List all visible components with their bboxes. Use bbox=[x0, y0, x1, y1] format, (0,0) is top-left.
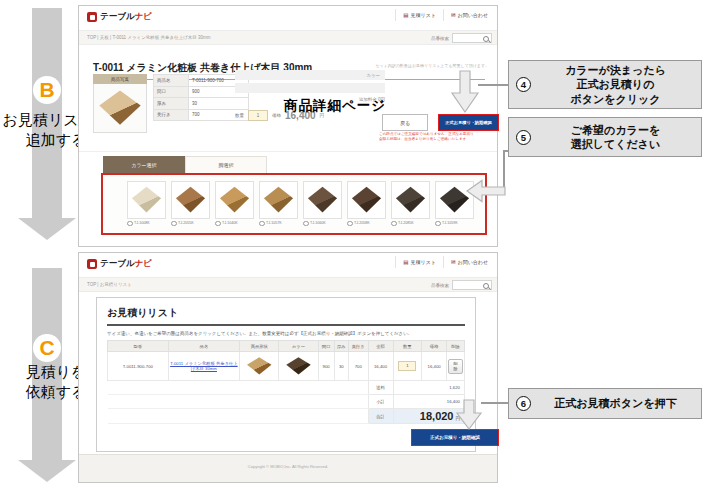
nav-quote-list[interactable]: ▤ 見積リスト bbox=[395, 9, 443, 21]
swatch-image bbox=[395, 185, 426, 215]
quote-table: 型番 品名 商品形状 カラー 間口 厚み 奥行き 金額 数量 価格 削除 bbox=[107, 340, 465, 424]
cell-thickness: 30 bbox=[334, 352, 348, 381]
radio-button[interactable] bbox=[259, 221, 265, 227]
nav-contact[interactable]: ✉ お問い合わせ bbox=[443, 256, 495, 268]
callout-step-6: 6 正式お見積ボタンを押下 bbox=[508, 388, 702, 419]
guide-arrow-down-icon bbox=[450, 70, 480, 114]
nav-quote-list-label: 見積リスト bbox=[411, 12, 436, 18]
swatch-code: TJ-1057K bbox=[266, 221, 282, 225]
screenshot-product-page: テーブルナビ ▤ 見積リスト ✉ お問い合わせ TOP | 天板 | T-001… bbox=[78, 5, 498, 247]
subtotal-label: 小計 bbox=[368, 395, 393, 409]
total-label: 合計 bbox=[368, 409, 393, 424]
price-label: 価格 bbox=[272, 113, 281, 118]
color-swatch[interactable]: TJ-1057K bbox=[259, 181, 298, 233]
color-swatch[interactable]: TJ-1040K bbox=[215, 181, 254, 233]
spec-label: 間口 bbox=[154, 86, 189, 98]
mail-icon: ✉ bbox=[451, 259, 456, 265]
product-link[interactable]: T-0011 メラミン化粧板 共巻き仕上げ木目 30mm bbox=[170, 361, 238, 371]
callout-step-5: 5 ご希望のカラーを 選択してください bbox=[508, 117, 702, 157]
quote-caution-note: この時点ではご注文確定ではありません。正式なお見積り 金額と納期は、担当者より折… bbox=[379, 132, 497, 143]
col-depth: 奥行き bbox=[348, 341, 368, 352]
site-footer: Copyright © MOBIO,Inc. All Rights Reserv… bbox=[79, 454, 497, 482]
search-area: 品番検索 bbox=[431, 33, 492, 43]
col-width: 間口 bbox=[318, 341, 334, 352]
nav-contact[interactable]: ✉ お問い合わせ bbox=[443, 9, 495, 21]
callout5-line1: ご希望のカラーを bbox=[537, 123, 694, 137]
tablenavi-logo-icon bbox=[87, 12, 97, 22]
quote-table-header-row: 型番 品名 商品形状 カラー 間口 厚み 奥行き 金額 数量 価格 削除 bbox=[108, 341, 465, 352]
guide-arrow-down-icon bbox=[455, 399, 483, 431]
breadcrumb[interactable]: TOP | 天板 | T-0011 メラミン化粧板 共巻き仕上げ木目 30mm bbox=[87, 35, 211, 40]
nav-quote-list-label: 見積リスト bbox=[411, 259, 436, 265]
total-value: 18,020 bbox=[420, 410, 454, 422]
nav-contact-label: お問い合わせ bbox=[458, 12, 488, 18]
tablenavi-logo[interactable]: テーブルナビ bbox=[87, 258, 152, 270]
radio-button[interactable] bbox=[347, 221, 353, 227]
swatch-image bbox=[175, 185, 206, 215]
header-nav: ▤ 見積リスト ✉ お問い合わせ bbox=[395, 256, 495, 268]
product-photo-label: 商品写真 bbox=[93, 74, 147, 84]
color-swatch[interactable]: TJ-2058K bbox=[347, 181, 386, 233]
search-input[interactable] bbox=[452, 280, 492, 290]
quantity-input[interactable]: 1 bbox=[248, 110, 268, 121]
radio-button[interactable] bbox=[127, 221, 133, 227]
radio-button[interactable] bbox=[171, 221, 177, 227]
product-shape-image bbox=[246, 356, 272, 376]
back-button[interactable]: 戻る bbox=[382, 114, 428, 131]
color-swatch[interactable]: TJ-2055K bbox=[171, 181, 210, 233]
callout5-line2: 選択してください bbox=[537, 137, 694, 151]
quantity-input[interactable]: 1 bbox=[398, 361, 416, 371]
breadcrumb-bar: TOP | 天板 | T-0011 メラミン化粧板 共巻き仕上げ木目 30mm … bbox=[79, 30, 497, 45]
radio-button[interactable] bbox=[435, 221, 441, 227]
qty-label: 数量 bbox=[235, 113, 244, 118]
swatch-image bbox=[219, 185, 250, 215]
swatch-code: TJ-1040K bbox=[222, 221, 238, 225]
document-icon: ▤ bbox=[403, 12, 408, 18]
callout-step-4: 4 カラーが決まったら 正式お見積りの ボタンをクリック bbox=[508, 60, 702, 109]
formal-quote-button[interactable]: 正式お見積り・納期確認 bbox=[411, 429, 499, 446]
delete-button[interactable]: 削除 bbox=[448, 359, 463, 374]
mail-icon: ✉ bbox=[451, 12, 456, 18]
section-divider bbox=[79, 151, 497, 152]
swatch-code: TJ-2058K bbox=[354, 221, 370, 225]
nav-quote-list[interactable]: ▤ 見積リスト bbox=[395, 256, 443, 268]
radio-button[interactable] bbox=[215, 221, 221, 227]
color-row: カラー bbox=[235, 70, 385, 80]
cell-amount: 16,400 bbox=[368, 352, 393, 381]
selected-color-image bbox=[285, 356, 311, 376]
logo-accent-text: ナビ bbox=[135, 258, 152, 268]
swatch-code: TJ-1008K bbox=[134, 221, 150, 225]
swatch-image bbox=[351, 185, 382, 215]
spec-label: 商品名 bbox=[154, 75, 189, 87]
color-swatch[interactable]: TJ-1060K bbox=[303, 181, 342, 233]
tab-leg-select[interactable]: 脚選択 bbox=[185, 156, 267, 173]
formal-quote-button[interactable]: 正式お見積り・納期確認 bbox=[438, 114, 499, 131]
guide-arrow-left-icon bbox=[466, 179, 506, 203]
col-name: 品名 bbox=[168, 341, 239, 352]
col-qty: 数量 bbox=[393, 341, 422, 352]
tablenavi-logo[interactable]: テーブルナビ bbox=[87, 11, 152, 23]
color-swatch[interactable]: TJ-1008K bbox=[127, 181, 166, 233]
swatch-code: TJ-2055K bbox=[178, 221, 194, 225]
search-area: 品番検索 bbox=[431, 280, 492, 290]
color-swatch[interactable]: TJ-2085K bbox=[391, 181, 430, 233]
callout6-line1: 正式お見積ボタンを押下 bbox=[537, 396, 694, 410]
wood-board-image bbox=[98, 88, 142, 128]
tab-color-select[interactable]: カラー選択 bbox=[103, 156, 185, 173]
radio-button[interactable] bbox=[391, 221, 397, 227]
shipping-row: 送料 1,620 bbox=[108, 381, 465, 395]
step-letter-b: B bbox=[33, 76, 61, 104]
option-row bbox=[235, 83, 385, 93]
cell-depth: 700 bbox=[348, 352, 368, 381]
radio-button[interactable] bbox=[303, 221, 309, 227]
breadcrumb[interactable]: TOP | お見積りリスト bbox=[87, 282, 132, 287]
spec-label: 厚み bbox=[154, 98, 189, 110]
spec-label: 奥行き bbox=[154, 109, 189, 121]
quote-table-row: T-0011-900-700 T-0011 メラミン化粧板 共巻き仕上げ木目 3… bbox=[108, 352, 465, 381]
search-icon[interactable] bbox=[483, 283, 489, 289]
search-input[interactable] bbox=[452, 33, 492, 43]
col-delete: 削除 bbox=[447, 341, 465, 352]
quote-list-title: お見積りリスト bbox=[107, 306, 465, 326]
search-icon[interactable] bbox=[483, 36, 489, 42]
quote-list-description: サイズ違い、色違いをご希望の際は商品名をクリックしてください。また、数量変更時は… bbox=[107, 331, 465, 336]
